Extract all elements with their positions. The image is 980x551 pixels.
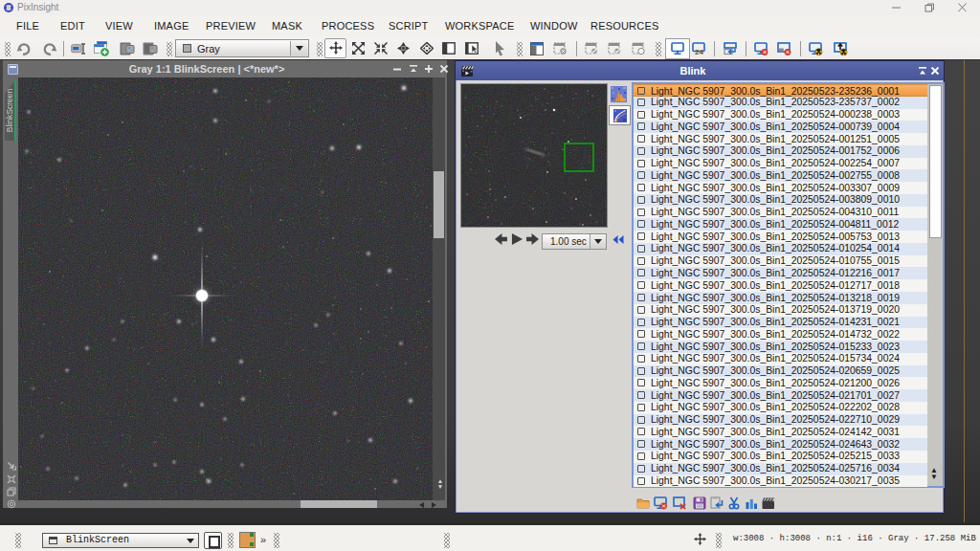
svg-text:24: 24 — [695, 48, 703, 55]
